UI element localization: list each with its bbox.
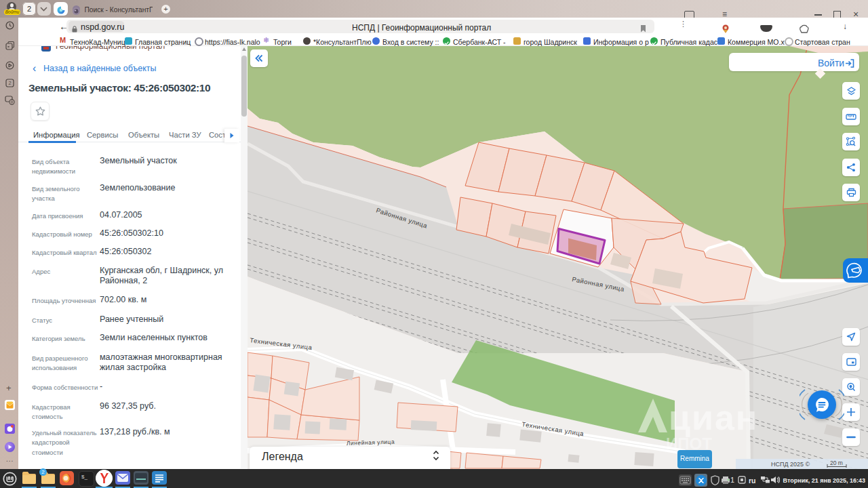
svg-text:циан: циан	[669, 398, 758, 437]
svg-text:2: 2	[8, 80, 11, 86]
svg-text:20 m: 20 m	[830, 460, 843, 466]
svg-text:НСПД 2025 ©: НСПД 2025 ©	[771, 461, 810, 468]
